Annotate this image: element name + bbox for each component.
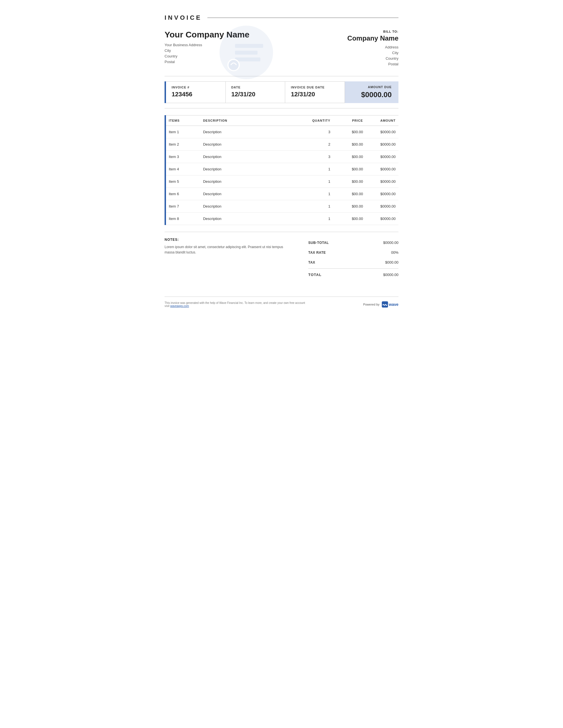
item-qty-cell: 1 bbox=[305, 200, 333, 213]
invoice-number-label: INVOICE # bbox=[172, 86, 220, 89]
bill-to-city: City bbox=[348, 51, 399, 55]
item-qty-cell: 1 bbox=[305, 188, 333, 200]
item-amount-cell: $0000.00 bbox=[366, 163, 399, 175]
item-price-cell: $00.00 bbox=[333, 138, 366, 151]
invoice-date-cell: DATE 12/31/20 bbox=[226, 82, 286, 103]
amount-due-label: AMOUNT DUE bbox=[352, 85, 392, 89]
table-row: Item 3 Description 3 $00.00 $0000.00 bbox=[165, 151, 399, 163]
item-price-cell: $00.00 bbox=[333, 188, 366, 200]
invoice-title: INVOICE bbox=[164, 14, 202, 21]
item-price-cell: $00.00 bbox=[333, 126, 366, 138]
svg-rect-3 bbox=[235, 57, 260, 61]
item-desc-cell: Description bbox=[200, 163, 305, 175]
tax-rate-value: 00% bbox=[391, 250, 399, 255]
amount-due-cell: AMOUNT DUE $0000.00 bbox=[345, 81, 399, 103]
tax-rate-label: TAX RATE bbox=[308, 251, 326, 255]
table-row: Item 4 Description 1 $00.00 $0000.00 bbox=[165, 163, 399, 175]
tax-row: TAX $000.00 bbox=[308, 257, 399, 267]
col-header-quantity: QUANTITY bbox=[305, 115, 333, 126]
table-row: Item 7 Description 1 $00.00 $0000.00 bbox=[165, 200, 399, 213]
svg-rect-2 bbox=[235, 51, 257, 55]
item-price-cell: $00.00 bbox=[333, 200, 366, 213]
amount-due-value: $0000.00 bbox=[352, 90, 392, 99]
invoice-due-date-label: INVOICE DUE DATE bbox=[291, 86, 339, 89]
table-row: Item 1 Description 3 $00.00 $0000.00 bbox=[165, 126, 399, 138]
wave-brand-name: wave bbox=[389, 302, 399, 307]
item-name-cell: Item 6 bbox=[165, 188, 200, 200]
tax-label: TAX bbox=[308, 261, 315, 264]
invoice-number-value: 123456 bbox=[172, 91, 220, 98]
table-row: Item 6 Description 1 $00.00 $0000.00 bbox=[165, 188, 399, 200]
item-amount-cell: $0000.00 bbox=[366, 200, 399, 213]
tax-value: $000.00 bbox=[385, 260, 399, 264]
item-qty-cell: 1 bbox=[305, 163, 333, 175]
footer-section: NOTES: Lorem ipsum dolor sit amet, conse… bbox=[164, 235, 399, 280]
item-price-cell: $00.00 bbox=[333, 163, 366, 175]
item-price-cell: $00.00 bbox=[333, 175, 366, 188]
bottom-divider bbox=[164, 232, 399, 232]
tax-rate-row: TAX RATE 00% bbox=[308, 248, 399, 257]
total-value: $0000.00 bbox=[383, 273, 399, 277]
company-bill-row: Your Company Name Your Business Address … bbox=[164, 30, 399, 68]
items-table: ITEMS DESCRIPTION QUANTITY PRICE AMOUNT … bbox=[164, 115, 399, 225]
powered-by-section: Powered by wave bbox=[363, 301, 399, 308]
page-footer: This invoice was generated with the help… bbox=[164, 297, 399, 308]
subtotal-row: SUB-TOTAL $0000.00 bbox=[308, 238, 399, 248]
bill-to-country: Country bbox=[348, 56, 399, 61]
item-amount-cell: $0000.00 bbox=[366, 188, 399, 200]
col-header-amount: AMOUNT bbox=[366, 115, 399, 126]
item-qty-cell: 3 bbox=[305, 126, 333, 138]
subtotal-label: SUB-TOTAL bbox=[308, 241, 329, 245]
wave-logo: wave bbox=[382, 301, 399, 308]
item-desc-cell: Description bbox=[200, 151, 305, 163]
notes-section: NOTES: Lorem ipsum dolor sit amet, conse… bbox=[164, 235, 297, 280]
totals-divider bbox=[308, 268, 399, 269]
table-row: Item 2 Description 2 $00.00 $0000.00 bbox=[165, 138, 399, 151]
item-amount-cell: $0000.00 bbox=[366, 138, 399, 151]
svg-rect-1 bbox=[235, 44, 263, 48]
item-name-cell: Item 1 bbox=[165, 126, 200, 138]
subtotal-value: $0000.00 bbox=[383, 241, 399, 245]
item-qty-cell: 1 bbox=[305, 213, 333, 225]
bill-to-name: Company Name bbox=[348, 34, 399, 42]
invoice-date-value: 12/31/20 bbox=[231, 91, 279, 98]
notes-text: Lorem ipsum dolor sit amet, consectetur … bbox=[164, 244, 292, 255]
items-section: ITEMS DESCRIPTION QUANTITY PRICE AMOUNT … bbox=[164, 115, 399, 225]
item-name-cell: Item 2 bbox=[165, 138, 200, 151]
item-qty-cell: 3 bbox=[305, 151, 333, 163]
footer-link[interactable]: waveapps.com bbox=[170, 304, 189, 308]
item-desc-cell: Description bbox=[200, 213, 305, 225]
bill-to-address: Address bbox=[348, 45, 399, 49]
total-final-row: TOTAL $0000.00 bbox=[308, 270, 399, 280]
col-header-price: PRICE bbox=[333, 115, 366, 126]
item-price-cell: $00.00 bbox=[333, 151, 366, 163]
table-row: Item 5 Description 1 $00.00 $0000.00 bbox=[165, 175, 399, 188]
item-qty-cell: 2 bbox=[305, 138, 333, 151]
item-desc-cell: Description bbox=[200, 175, 305, 188]
powered-by-text: Powered by bbox=[363, 303, 380, 306]
footer-text: This invoice was generated with the help… bbox=[164, 301, 306, 308]
item-desc-cell: Description bbox=[200, 126, 305, 138]
bill-to-label: BILL TO: bbox=[348, 30, 399, 33]
invoice-number-cell: INVOICE # 123456 bbox=[166, 82, 226, 103]
item-name-cell: Item 7 bbox=[165, 200, 200, 213]
table-row: Item 8 Description 1 $00.00 $0000.00 bbox=[165, 213, 399, 225]
total-label: TOTAL bbox=[308, 273, 322, 277]
bill-to-postal: Postal bbox=[348, 62, 399, 66]
item-desc-cell: Description bbox=[200, 188, 305, 200]
item-amount-cell: $0000.00 bbox=[366, 175, 399, 188]
invoice-due-date-value: 12/31/20 bbox=[291, 91, 339, 98]
top-divider bbox=[164, 76, 399, 76]
totals-section: SUB-TOTAL $0000.00 TAX RATE 00% TAX $000… bbox=[308, 235, 399, 280]
item-desc-cell: Description bbox=[200, 200, 305, 213]
invoice-date-label: DATE bbox=[231, 86, 279, 89]
invoice-meta-left: INVOICE # 123456 DATE 12/31/20 INVOICE D… bbox=[166, 81, 345, 103]
item-amount-cell: $0000.00 bbox=[366, 151, 399, 163]
item-name-cell: Item 8 bbox=[165, 213, 200, 225]
item-amount-cell: $0000.00 bbox=[366, 213, 399, 225]
header-row: INVOICE bbox=[164, 14, 399, 21]
watermark-icon bbox=[218, 24, 274, 81]
wave-icon bbox=[382, 301, 388, 308]
notes-label: NOTES: bbox=[164, 238, 297, 242]
item-name-cell: Item 3 bbox=[165, 151, 200, 163]
